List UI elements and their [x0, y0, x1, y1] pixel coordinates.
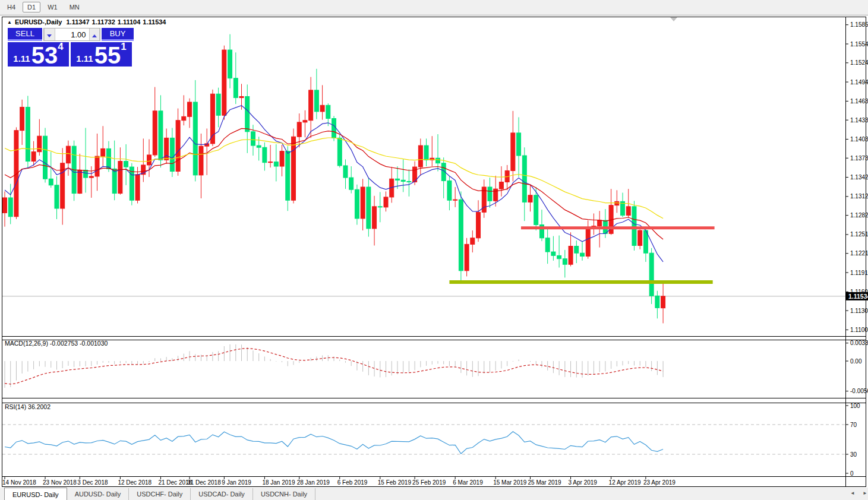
candle — [511, 133, 515, 171]
rsi-scale-label: 30 — [850, 451, 857, 458]
buy-button[interactable]: BUY — [102, 28, 134, 41]
sell-price-sup: 4 — [58, 41, 63, 53]
candle — [534, 195, 538, 225]
volume-decrease-button[interactable] — [44, 29, 55, 40]
candle — [563, 259, 567, 265]
candle — [471, 238, 475, 245]
candle — [3, 198, 7, 213]
candle — [251, 132, 255, 145]
candle — [499, 182, 503, 189]
candle — [557, 255, 561, 258]
candle — [332, 119, 336, 138]
price-scale-label: 1.12820 — [850, 212, 868, 219]
candle — [575, 246, 579, 254]
sell-price-base: 1.11 — [13, 53, 30, 64]
tab-usdchf[interactable]: USDCHF- Daily — [129, 488, 191, 500]
candle — [106, 148, 111, 169]
price-scale-label: 1.14635 — [850, 98, 868, 105]
candle — [188, 102, 192, 116]
candle — [199, 146, 203, 175]
rsi-scale-label: 70 — [850, 422, 857, 428]
date-label: 15 Mar 2019 — [493, 479, 527, 486]
chart-window-border — [2, 17, 866, 487]
sell-price-button[interactable]: 1.11 53 4 — [8, 42, 69, 67]
date-label: 14 Nov 2018 — [2, 479, 36, 486]
chart-shift-triangle-icon[interactable] — [670, 17, 677, 21]
volume-increase-button[interactable] — [89, 29, 100, 40]
triangle-down-icon — [47, 34, 52, 37]
main-price-panel[interactable] — [2, 34, 845, 324]
candle — [649, 253, 654, 296]
candle — [55, 185, 59, 208]
price-scale-label: 1.13730 — [850, 155, 868, 162]
buy-price-sup: 1 — [121, 41, 126, 53]
candle — [401, 180, 405, 181]
ohlc-open: 1.11347 — [66, 18, 89, 26]
candle — [488, 187, 492, 201]
candle — [373, 207, 377, 229]
candle — [31, 152, 36, 162]
macd-panel[interactable] — [5, 344, 663, 388]
candle — [222, 50, 226, 115]
trade-top-row: SELL BUY — [8, 28, 134, 41]
price-scale-label: 1.15850 — [850, 21, 868, 28]
tab-audusd[interactable]: AUDUSD- Daily — [67, 488, 130, 500]
candle — [182, 116, 186, 120]
rsi-label: RSI(14) 36.2002 — [5, 403, 50, 410]
macd-signal-line — [5, 349, 663, 384]
candle — [349, 178, 353, 189]
candle — [8, 198, 12, 217]
macd-label: MACD(12,26,9) -0.002753 -0.001030 — [5, 340, 108, 347]
candle — [297, 122, 301, 137]
candle — [343, 166, 348, 178]
tab-usdcad[interactable]: USDCAD- Daily — [191, 488, 253, 500]
volume-input[interactable] — [55, 29, 89, 40]
candle — [407, 181, 411, 182]
candle — [20, 107, 24, 130]
tab-eurusd[interactable]: EURUSD- Daily — [4, 488, 67, 500]
buy-price-big: 55 — [94, 46, 121, 64]
price-scale-label: 1.12215 — [850, 250, 868, 257]
candle — [580, 253, 585, 256]
candle — [326, 105, 330, 118]
candle — [655, 296, 659, 308]
candle — [159, 111, 163, 160]
tab-usdcnh[interactable]: USDCNH- Daily — [253, 488, 315, 500]
candle — [626, 207, 630, 216]
rsi-panel[interactable] — [2, 425, 845, 454]
candle — [367, 187, 371, 229]
sell-button[interactable]: SELL — [8, 28, 42, 41]
chart-canvas[interactable]: 1.158501.155451.152451.149401.146351.143… — [0, 0, 868, 500]
price-scale-label: 1.15245 — [850, 59, 868, 66]
price-scale-label: 1.11305 — [850, 308, 868, 314]
candle — [210, 94, 214, 144]
candle — [632, 207, 636, 246]
timeframe-toolbar: H4D1W1MN — [0, 0, 868, 15]
candle — [569, 246, 573, 265]
price-scale-label: 1.14030 — [850, 136, 868, 143]
candle — [545, 238, 550, 252]
timeframe-button-d1[interactable]: D1 — [23, 2, 40, 12]
candle — [245, 96, 250, 131]
date-label: 3 Apr 2019 — [569, 479, 598, 486]
date-label: 15 Feb 2019 — [378, 479, 412, 486]
candle — [355, 189, 359, 219]
buy-price-button[interactable]: 1.11 55 1 — [71, 42, 132, 67]
tab-scroll-left-icon[interactable]: ◄ — [850, 491, 855, 496]
candle — [89, 176, 93, 178]
candle — [95, 156, 99, 176]
candle — [476, 212, 481, 238]
volume-stepper — [43, 28, 100, 41]
timeframe-button-mn[interactable]: MN — [65, 2, 84, 12]
candle — [228, 50, 232, 78]
candle — [314, 90, 318, 112]
candle — [459, 200, 463, 271]
timeframe-button-w1[interactable]: W1 — [43, 2, 62, 12]
tab-scroll-right-icon[interactable]: ► — [863, 491, 867, 496]
candle — [661, 296, 665, 308]
chart-title-bar: ▲EURUSD-,Daily 1.113471.117321.111041.11… — [7, 18, 168, 26]
rsi-scale-label: 100 — [850, 403, 860, 409]
candle — [216, 94, 220, 115]
candle — [465, 244, 469, 270]
timeframe-button-h4[interactable]: H4 — [2, 2, 20, 12]
